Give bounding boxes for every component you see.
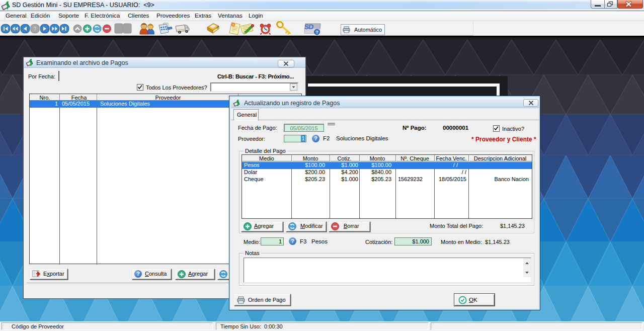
svg-text:?: ? xyxy=(33,26,36,32)
svg-text:?: ? xyxy=(315,30,318,35)
svg-text:SD: SD xyxy=(304,23,314,31)
